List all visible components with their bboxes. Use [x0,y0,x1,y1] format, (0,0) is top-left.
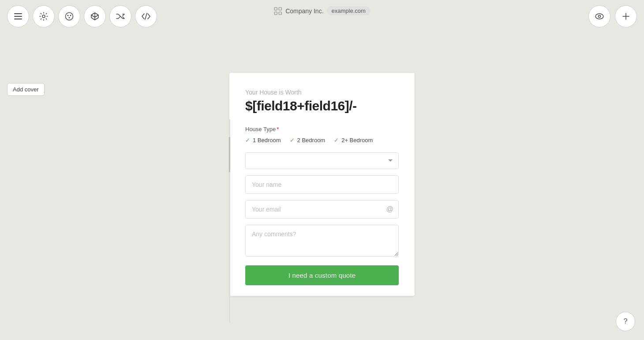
company-url-badge[interactable]: example.com [327,6,370,15]
shuffle-icon [116,12,125,20]
bedroom-1-label: 1 Bedroom [253,137,281,144]
form-card: Your House is Worth $[field18+field16]/-… [229,73,415,296]
box-icon [90,12,99,21]
code-button[interactable] [135,5,157,27]
settings-icon [39,12,48,21]
svg-rect-1 [14,16,22,17]
required-star: * [277,126,279,132]
eye-icon [595,13,604,20]
svg-point-9 [599,15,601,18]
bedroom-2-option[interactable]: ✓ 2 Bedroom [290,137,326,144]
menu-button[interactable] [7,5,29,27]
bedroom-2plus-option[interactable]: ✓ 2+ Bedroom [334,137,373,144]
check-icon-3: ✓ [334,137,339,144]
form-title: $[field18+field16]/- [245,98,399,113]
check-icon-1: ✓ [245,137,250,144]
company-grid-icon [274,7,282,15]
svg-rect-13 [279,12,281,15]
palette-icon [65,12,74,21]
name-input[interactable] [245,175,399,194]
email-at-icon: @ [386,205,393,213]
box-button[interactable] [84,5,106,27]
submit-button[interactable]: I need a custom quote [245,265,399,285]
preview-button[interactable] [588,5,610,27]
shuffle-button[interactable] [109,5,131,27]
svg-point-4 [66,13,73,20]
scroll-indicator [229,119,230,322]
comments-textarea[interactable] [245,225,399,257]
code-icon [141,13,151,20]
svg-rect-0 [14,13,22,14]
palette-button[interactable] [58,5,80,27]
bedroom-options: ✓ 1 Bedroom ✓ 2 Bedroom ✓ 2+ Bedroom [245,137,399,144]
bedroom-2-label: 2 Bedroom [297,137,326,144]
house-type-label: House Type* [245,126,399,132]
plus-icon [622,13,629,20]
toolbar-right [588,5,637,27]
email-input[interactable] [245,200,399,219]
svg-rect-10 [274,8,277,10]
settings-button[interactable] [33,5,55,27]
svg-point-8 [595,14,603,19]
toolbar-left [0,0,164,33]
svg-rect-12 [274,12,277,15]
menu-icon [14,13,22,19]
svg-point-6 [70,15,71,16]
email-wrapper: @ [245,200,399,219]
bedroom-2plus-label: 2+ Bedroom [341,137,373,144]
form-subtitle: Your House is Worth [245,89,399,96]
svg-point-5 [67,15,69,16]
bedroom-1-option[interactable]: ✓ 1 Bedroom [245,137,281,144]
svg-point-7 [69,17,70,19]
help-button[interactable]: ? [616,312,635,331]
svg-point-3 [42,15,45,18]
company-name: Company Inc. [285,8,323,15]
check-icon-2: ✓ [290,137,295,144]
svg-rect-11 [279,8,281,10]
scroll-thumb [229,137,230,172]
svg-rect-2 [14,19,22,19]
house-type-dropdown[interactable] [245,152,399,169]
add-button[interactable] [615,5,637,27]
add-cover-button[interactable]: Add cover [7,83,45,96]
company-header: Company Inc. example.com [274,6,370,15]
